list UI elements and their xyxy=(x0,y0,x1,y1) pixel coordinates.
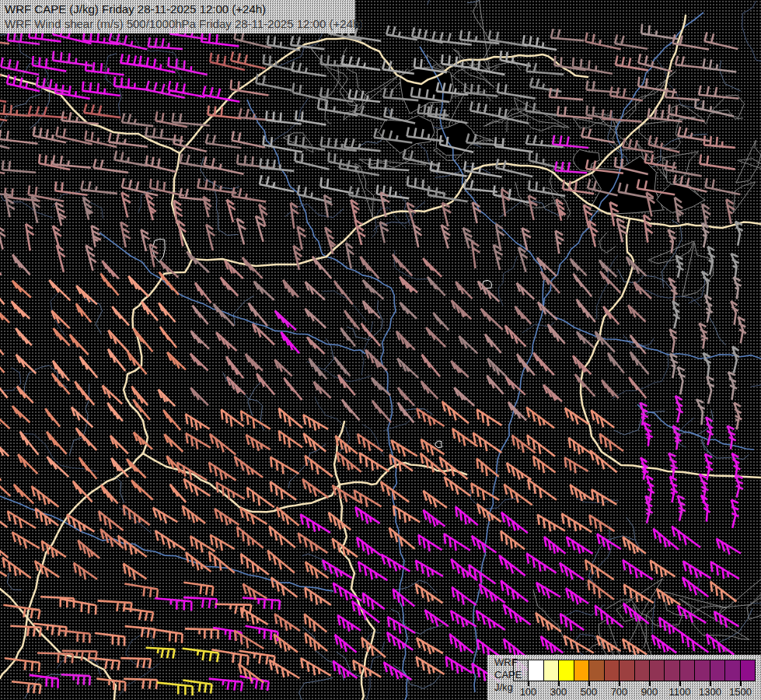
colorbar-tick-label: 1100 xyxy=(663,686,697,698)
cape-colorbar-cell xyxy=(725,660,740,681)
title-overlay: WRF CAPE (J/kg) Friday 28-11-2025 12:00 … xyxy=(0,0,355,33)
colorbar-tick-label: 100 xyxy=(511,686,546,698)
cape-colorbar-cell xyxy=(665,660,679,681)
cape-colorbar-cell xyxy=(514,660,529,681)
cape-colorbar-cell xyxy=(741,660,755,681)
cape-colorbar-cell xyxy=(635,660,650,681)
colorbar-tick-label: 700 xyxy=(602,686,637,698)
cape-colorbar-cell xyxy=(529,660,543,681)
cape-colorbar-cell xyxy=(680,660,695,681)
colorbar-tick-label: 300 xyxy=(542,686,576,698)
cape-colorbar-cell xyxy=(710,660,725,681)
cape-legend: WRF CAPE J/kg 10030050070090011001300150… xyxy=(487,655,761,700)
cape-colorbar-cell xyxy=(574,660,589,681)
cape-colorbar-cell xyxy=(605,660,620,681)
cape-colorbar-cell xyxy=(650,660,665,681)
weather-map-viewport: WRF CAPE (J/kg) Friday 28-11-2025 12:00 … xyxy=(0,0,761,700)
cape-colorbar xyxy=(513,660,756,681)
gray-contours-layer xyxy=(283,0,761,695)
cape-colorbar-cell xyxy=(589,660,604,681)
colorbar-tick-label: 1500 xyxy=(724,686,758,698)
cape-colorbar-cell xyxy=(544,660,559,681)
wind-barbs-layer xyxy=(0,0,746,695)
colorbar-tick-label: 900 xyxy=(633,686,667,698)
title-wind-shear: WRF Wind shear (m/s) 500/1000hPa Friday … xyxy=(5,16,355,31)
colorbar-tick-label: 1300 xyxy=(693,686,728,698)
colorbar-tick-label: 500 xyxy=(572,686,606,698)
cape-colorbar-cell xyxy=(559,660,574,681)
streams-layer xyxy=(0,0,761,700)
cape-colorbar-cell xyxy=(620,660,634,681)
title-cape: WRF CAPE (J/kg) Friday 28-11-2025 12:00 … xyxy=(5,2,355,16)
map-canvas xyxy=(0,0,761,700)
cape-colorbar-cell xyxy=(695,660,710,681)
